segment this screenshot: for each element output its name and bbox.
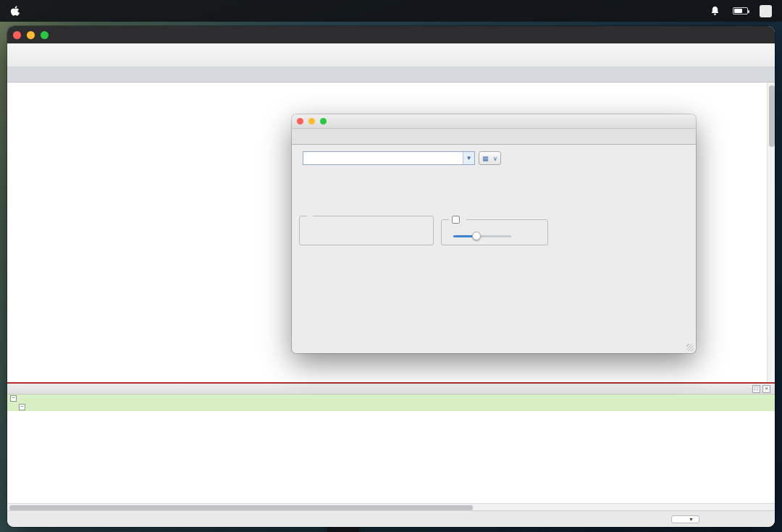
search-results-panel: □ × − −	[7, 384, 775, 503]
menubar-right	[699, 5, 772, 17]
battery-icon[interactable]	[733, 7, 748, 14]
slider-knob[interactable]	[472, 232, 481, 240]
close-traffic-light[interactable]	[13, 31, 21, 39]
collapse-icon[interactable]: −	[19, 404, 25, 410]
eol-select[interactable]: ▼	[671, 515, 699, 523]
window-titlebar[interactable]	[7, 26, 775, 43]
panel-restore-icon[interactable]: □	[752, 385, 760, 393]
combo-dropdown-icon[interactable]: ▼	[463, 152, 474, 164]
file-summary-row[interactable]: −	[7, 403, 775, 412]
input-method-icon[interactable]	[760, 5, 772, 17]
resize-grip-icon[interactable]	[686, 344, 694, 351]
search-summary-row[interactable]: −	[7, 394, 775, 403]
apple-menu-icon[interactable]	[10, 6, 20, 17]
find-replace-dialog: ▼ ▦ ∨	[292, 114, 696, 353]
dialog-body: ▼ ▦ ∨	[292, 145, 696, 353]
collapse-icon[interactable]: −	[10, 395, 17, 402]
status-bar: ▼	[7, 510, 775, 527]
dialog-close-traffic-light[interactable]	[297, 118, 303, 124]
dialog-zoom-traffic-light[interactable]	[320, 118, 327, 124]
desktop: □ × − − ▼	[0, 0, 782, 532]
scrollbar-thumb[interactable]	[769, 85, 775, 147]
chevron-down-icon: ∨	[493, 155, 498, 162]
minimize-traffic-light[interactable]	[27, 31, 35, 39]
editor-vertical-scrollbar[interactable]	[767, 83, 775, 382]
dialog-tabs	[292, 129, 696, 145]
search-mode-group	[299, 216, 434, 245]
regex-hint-button[interactable]: ▦ ∨	[479, 151, 501, 165]
toolbar	[7, 43, 775, 67]
transparency-slider[interactable]	[453, 235, 511, 237]
find-input[interactable]: ▼	[303, 151, 475, 165]
transparency-checkbox[interactable]	[452, 216, 460, 224]
dialog-buttons	[555, 151, 690, 350]
menubar	[0, 0, 782, 22]
grid-icon: ▦	[482, 155, 489, 162]
panel-close-icon[interactable]: ×	[762, 385, 770, 393]
results-header: □ ×	[7, 384, 775, 394]
scrollbar-thumb[interactable]	[9, 505, 473, 510]
dock-hint	[327, 526, 359, 532]
notification-bell-icon[interactable]	[710, 6, 721, 16]
dialog-minimize-traffic-light[interactable]	[308, 118, 315, 124]
results-horizontal-scrollbar[interactable]	[7, 503, 775, 510]
dialog-titlebar[interactable]	[292, 114, 696, 129]
zoom-traffic-light[interactable]	[41, 31, 49, 39]
transparency-group	[441, 216, 548, 245]
tab-bar	[7, 67, 775, 83]
chevron-down-icon: ▼	[689, 517, 694, 522]
